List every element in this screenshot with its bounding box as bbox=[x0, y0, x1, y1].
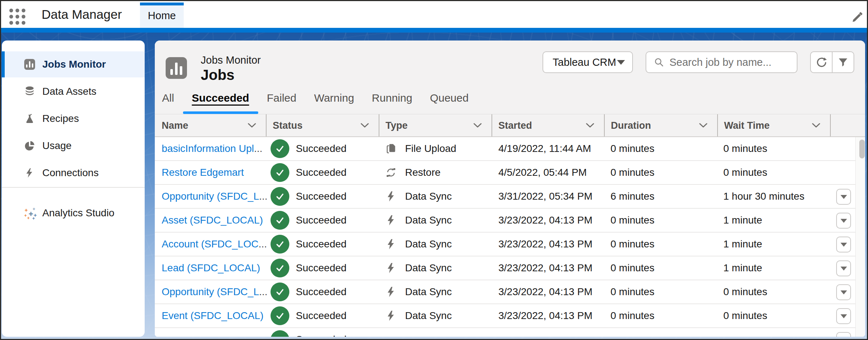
flask-icon bbox=[24, 113, 35, 124]
chevron-down-icon[interactable] bbox=[699, 123, 707, 128]
column-header-name[interactable]: Name bbox=[155, 114, 266, 136]
pie-chart-icon bbox=[24, 140, 35, 151]
wait-text: 0 minutes bbox=[723, 286, 767, 298]
started-text: 3/23/2022, 04:13 PM bbox=[498, 286, 592, 298]
lightning-icon bbox=[24, 167, 35, 178]
tab-running[interactable]: Running bbox=[372, 92, 412, 114]
sidebar-item-jobs-monitor[interactable]: Jobs Monitor bbox=[2, 51, 145, 77]
search-input[interactable] bbox=[669, 56, 785, 68]
sidebar-item-recipes[interactable]: Recipes bbox=[2, 106, 145, 132]
job-name-link[interactable]: Opportunity (SFDC_L bbox=[162, 286, 268, 297]
duration-text: 0 minutes bbox=[610, 167, 654, 178]
search-box[interactable] bbox=[646, 51, 797, 73]
edit-pencil-icon[interactable] bbox=[851, 10, 864, 24]
column-header-wait-time[interactable]: Wait Time bbox=[717, 114, 830, 136]
success-check-icon bbox=[271, 306, 289, 325]
table-row[interactable]: Succeeded bbox=[155, 328, 855, 337]
status-tabs: All Succeeded Failed Warning Running Que… bbox=[162, 92, 469, 114]
success-check-icon bbox=[271, 211, 289, 230]
table-row[interactable]: Asset (SFDC_LOCAL) Succeeded Data Sync 3… bbox=[155, 209, 855, 233]
table-actions-group bbox=[810, 51, 854, 73]
row-actions-dropdown-button[interactable] bbox=[836, 237, 851, 252]
started-text: 3/23/2022, 04:13 PM bbox=[498, 310, 592, 322]
chevron-down-icon[interactable] bbox=[361, 123, 369, 128]
started-text: 3/31/2022, 05:34 PM bbox=[498, 191, 592, 202]
row-actions-dropdown-button[interactable] bbox=[836, 213, 851, 229]
table-row[interactable]: Lead (SFDC_LOCAL) Succeeded Data Sync 3/… bbox=[155, 256, 855, 280]
type-text: Data Sync bbox=[405, 286, 452, 298]
table-row[interactable]: Restore Edgemart Succeeded Restore 4/5/2… bbox=[155, 161, 855, 185]
type-text: Data Sync bbox=[405, 310, 452, 322]
sidebar-nav: Jobs Monitor Data Assets Recipes Usage bbox=[2, 41, 145, 337]
tab-failed[interactable]: Failed bbox=[267, 92, 297, 114]
column-header-status[interactable]: Status bbox=[266, 114, 379, 136]
sidebar-item-data-assets[interactable]: Data Assets bbox=[2, 78, 145, 105]
tab-home[interactable]: Home bbox=[140, 3, 184, 28]
table-row[interactable]: basicInformation Upl Succeeded File Uplo… bbox=[155, 137, 855, 161]
status-text: Succeeded bbox=[296, 262, 346, 274]
app-launcher-icon[interactable] bbox=[9, 8, 26, 25]
table-row[interactable]: Opportunity (SFDC_L Succeeded Data Sync … bbox=[155, 280, 855, 304]
type-text: Restore bbox=[405, 167, 441, 178]
scrollbar-thumb[interactable] bbox=[859, 140, 865, 158]
tab-home-active-bar bbox=[140, 3, 184, 5]
started-text: 4/5/2022, 05:44 PM bbox=[498, 167, 587, 178]
status-text: Succeeded bbox=[296, 310, 346, 322]
started-text: 3/23/2022, 04:13 PM bbox=[498, 262, 592, 274]
lightning-icon bbox=[386, 263, 396, 273]
type-text: Data Sync bbox=[405, 214, 452, 226]
brand-accent-bar bbox=[1, 28, 867, 33]
tab-warning[interactable]: Warning bbox=[314, 92, 354, 114]
job-name-link[interactable]: Lead (SFDC_LOCAL) bbox=[162, 262, 260, 273]
job-name-link[interactable]: Opportunity (SFDC_L bbox=[162, 191, 268, 202]
job-name-link[interactable]: Event (SFDC_LOCAL) bbox=[162, 310, 264, 321]
duration-text: 6 minutes bbox=[610, 191, 654, 202]
column-header-actions bbox=[830, 114, 865, 136]
column-header-started[interactable]: Started bbox=[492, 114, 604, 136]
lightning-icon bbox=[386, 286, 396, 297]
row-actions-dropdown-button[interactable] bbox=[836, 308, 851, 324]
type-text: Data Sync bbox=[405, 191, 452, 202]
success-check-icon bbox=[271, 139, 289, 158]
table-row[interactable]: Opportunity (SFDC_L Succeeded Data Sync … bbox=[155, 185, 855, 209]
started-text: 4/19/2022, 11:44 AM bbox=[498, 143, 591, 154]
filter-button[interactable] bbox=[832, 51, 854, 73]
row-actions-dropdown-button[interactable] bbox=[836, 189, 851, 205]
chevron-down-icon[interactable] bbox=[586, 123, 594, 128]
chevron-down-icon[interactable] bbox=[248, 123, 256, 128]
duration-text: 0 minutes bbox=[610, 238, 654, 250]
job-name-link[interactable]: basicInformation Upl bbox=[162, 143, 263, 154]
duration-text: 0 minutes bbox=[610, 143, 654, 154]
sidebar-item-analytics-studio[interactable]: + + + + + + + Analytics Studio bbox=[2, 200, 145, 226]
breadcrumb: Jobs Monitor bbox=[201, 54, 261, 66]
refresh-button[interactable] bbox=[810, 51, 832, 73]
job-name-link[interactable]: Account (SFDC_LOC bbox=[162, 238, 267, 250]
row-actions-dropdown-button[interactable] bbox=[836, 284, 851, 300]
table-row[interactable]: Event (SFDC_LOCAL) Succeeded Data Sync 3… bbox=[155, 304, 855, 328]
success-check-icon bbox=[271, 259, 289, 277]
started-text: 3/23/2022, 04:13 PM bbox=[498, 238, 592, 250]
status-text: Succeeded bbox=[296, 334, 346, 337]
wait-text: 0 minutes bbox=[723, 143, 767, 154]
vertical-scrollbar[interactable] bbox=[855, 137, 865, 337]
sidebar-item-usage[interactable]: Usage bbox=[2, 133, 145, 159]
tab-all[interactable]: All bbox=[162, 92, 174, 114]
row-actions-dropdown-button[interactable] bbox=[836, 332, 851, 337]
table-row[interactable]: Account (SFDC_LOC Succeeded Data Sync 3/… bbox=[155, 233, 855, 256]
panel-header: Jobs Monitor Jobs Tableau CRM bbox=[155, 41, 865, 114]
column-header-duration[interactable]: Duration bbox=[604, 114, 717, 136]
column-header-type[interactable]: Type bbox=[379, 114, 492, 136]
chevron-down-icon[interactable] bbox=[473, 123, 482, 128]
duration-text: 0 minutes bbox=[610, 262, 654, 274]
tab-succeeded[interactable]: Succeeded bbox=[192, 92, 249, 114]
job-name-link[interactable]: Restore Edgemart bbox=[162, 167, 244, 178]
chevron-down-icon[interactable] bbox=[812, 123, 820, 128]
sidebar-item-connections[interactable]: Connections bbox=[2, 160, 145, 186]
tab-queued[interactable]: Queued bbox=[430, 92, 469, 114]
app-selector-dropdown[interactable]: Tableau CRM bbox=[542, 51, 633, 73]
jobs-panel: Jobs Monitor Jobs Tableau CRM bbox=[155, 41, 865, 337]
type-icon bbox=[386, 334, 396, 337]
row-actions-dropdown-button[interactable] bbox=[836, 260, 851, 276]
success-check-icon bbox=[271, 187, 289, 206]
job-name-link[interactable]: Asset (SFDC_LOCAL) bbox=[162, 214, 263, 226]
